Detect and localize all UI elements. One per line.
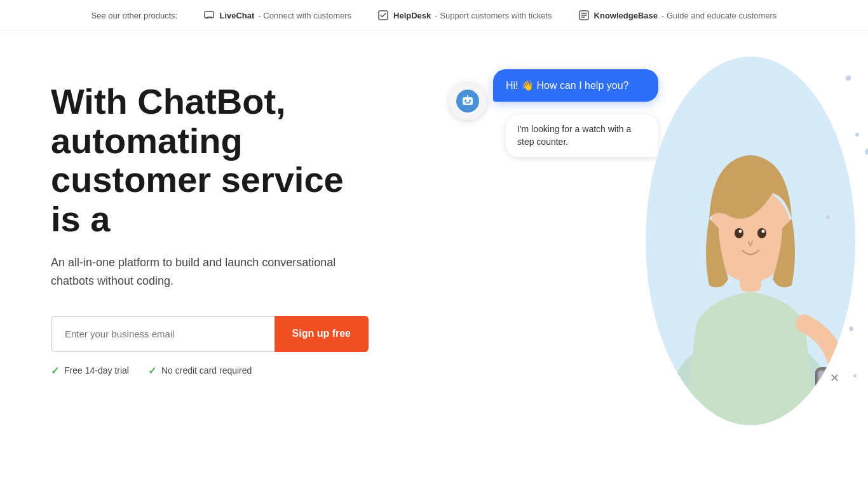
hero-title: With ChatBot, automating customer servic… [51, 82, 369, 238]
svg-point-7 [467, 95, 468, 97]
decorative-dot-2 [855, 133, 859, 137]
livechat-name: LiveChat [219, 11, 254, 20]
person-illustration [646, 57, 855, 425]
signup-button[interactable]: Sign up free [275, 316, 369, 352]
svg-rect-4 [465, 100, 466, 102]
helpdesk-name: HelpDesk [393, 11, 431, 20]
decorative-dot-3 [865, 149, 868, 155]
svg-point-14 [762, 230, 765, 233]
benefit-no-card-text: No credit card required [161, 365, 252, 376]
svg-point-13 [739, 230, 742, 233]
svg-point-11 [735, 228, 743, 238]
signup-form: Sign up free [51, 316, 369, 352]
knowledgebase-icon [578, 9, 590, 22]
svg-point-18 [829, 411, 834, 416]
livechat-product[interactable]: LiveChat - Connect with customers [203, 9, 351, 22]
knowledgebase-name: KnowledgeBase [594, 11, 658, 20]
helpdesk-icon [377, 9, 390, 22]
benefit-trial: ✓ Free 14-day trial [51, 365, 129, 377]
helpdesk-desc: - Support customers with tickets [435, 11, 552, 20]
benefits-list: ✓ Free 14-day trial ✓ No credit card req… [51, 365, 369, 377]
right-section: Hi! 👋 How can I help you? I'm looking fo… [372, 31, 868, 487]
main-content: With ChatBot, automating customer servic… [0, 31, 868, 487]
svg-point-12 [757, 228, 766, 238]
benefit-no-card: ✓ No credit card required [148, 365, 252, 377]
decorative-dot-7 [853, 374, 857, 377]
svg-rect-3 [463, 97, 473, 105]
see-products-label: See our other products: [92, 11, 178, 20]
decorative-dot-5 [826, 215, 830, 219]
check-icon-trial: ✓ [51, 365, 59, 377]
livechat-desc: - Connect with customers [258, 11, 351, 20]
check-icon-card: ✓ [148, 365, 156, 377]
chatbot-icon-inner [456, 90, 479, 112]
bot-greeting-bubble: Hi! 👋 How can I help you? [493, 69, 658, 102]
decorative-dot-1 [846, 76, 851, 81]
knowledgebase-product[interactable]: KnowledgeBase - Guide and educate custom… [578, 9, 777, 22]
helpdesk-product[interactable]: HelpDesk - Support customers with ticket… [377, 9, 552, 22]
livechat-icon [203, 9, 215, 22]
user-message-bubble: I'm looking for a watch with a step coun… [506, 114, 658, 157]
decorative-dot-6 [849, 327, 853, 331]
hero-subtitle: An all-in-one platform to build and laun… [51, 254, 343, 290]
left-section: With ChatBot, automating customer servic… [0, 31, 369, 487]
benefit-trial-text: Free 14-day trial [64, 365, 129, 376]
chat-demo: Hi! 👋 How can I help you? I'm looking fo… [493, 69, 658, 157]
knowledgebase-desc: - Guide and educate customers [661, 11, 776, 20]
email-input[interactable] [51, 316, 275, 352]
svg-rect-5 [469, 100, 471, 102]
x-mark-decoration: ✕ [830, 371, 839, 385]
chatbot-avatar [449, 82, 487, 120]
top-bar: See our other products: LiveChat - Conne… [0, 0, 868, 31]
